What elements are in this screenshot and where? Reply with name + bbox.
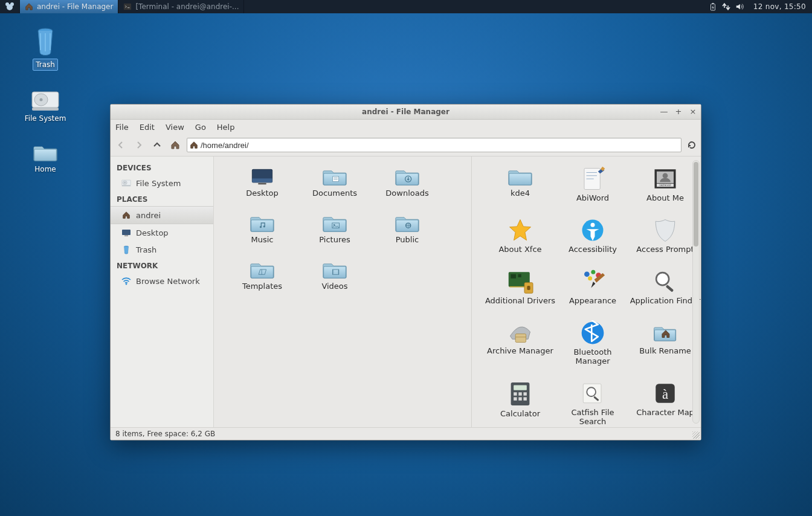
statusbar: 8 items, Free space: 6,2 GB xyxy=(111,427,701,440)
sidebar-item-trash[interactable]: Trash xyxy=(111,241,213,258)
menu-view[interactable]: View xyxy=(166,123,184,132)
menu-go[interactable]: Go xyxy=(195,123,206,132)
home-button[interactable] xyxy=(169,138,182,152)
app-menu-button[interactable] xyxy=(0,0,20,13)
battery-icon[interactable] xyxy=(709,2,717,11)
file-item[interactable]: About Xfce xyxy=(484,218,556,254)
file-item[interactable]: Documents xyxy=(298,166,371,198)
resize-grip[interactable] xyxy=(692,431,700,439)
maximize-button[interactable]: + xyxy=(674,107,683,115)
menu-help[interactable]: Help xyxy=(217,123,235,132)
clock[interactable]: 12 nov, 15:50 xyxy=(747,2,812,11)
bluetooth-icon xyxy=(580,320,605,346)
file-item[interactable]: Calculator xyxy=(484,381,556,427)
bulkrename-icon xyxy=(652,320,678,344)
file-item[interactable]: Desktop xyxy=(226,166,298,198)
file-item[interactable]: Templates xyxy=(226,259,298,291)
svg-point-45 xyxy=(663,173,668,178)
file-item-label: Downloads xyxy=(385,189,428,198)
svg-point-35 xyxy=(260,226,262,228)
sidebar-item-label: File System xyxy=(136,179,181,188)
file-item[interactable]: Pictures xyxy=(298,213,371,245)
sidebar-item-filesystem[interactable]: File System xyxy=(111,175,213,192)
file-manager-window: andrei - File Manager — + × File Edit Vi… xyxy=(110,104,701,440)
sidebar-item-home[interactable]: andrei xyxy=(111,206,213,224)
catfish-icon xyxy=(580,381,605,406)
window-title: andrei - File Manager xyxy=(111,108,701,116)
file-item-label: Additional Drivers xyxy=(485,297,555,306)
file-item[interactable]: Downloads xyxy=(371,166,443,198)
svg-rect-52 xyxy=(527,286,530,290)
file-item[interactable]: AbiWord xyxy=(556,166,629,203)
folder-tpl-icon xyxy=(250,259,274,280)
drivers-icon xyxy=(506,269,534,294)
menu-file[interactable]: File xyxy=(115,123,129,132)
file-item-label: Music xyxy=(251,236,274,245)
file-item[interactable]: Additional Drivers xyxy=(484,269,556,306)
volume-icon[interactable] xyxy=(735,2,744,11)
file-item-label: Access Prompt xyxy=(636,245,694,254)
home-icon xyxy=(190,141,198,149)
parent-button[interactable] xyxy=(150,138,164,152)
sidebar: DEVICES File System PLACES andrei Deskto… xyxy=(111,156,214,427)
file-item[interactable]: Music xyxy=(226,213,298,245)
forward-button[interactable] xyxy=(132,138,146,152)
path-bar[interactable] xyxy=(187,138,682,152)
file-item-label: Desktop xyxy=(246,189,279,198)
svg-point-53 xyxy=(584,271,590,277)
file-item[interactable]: 1829102About Me xyxy=(629,166,701,203)
scroll-thumb[interactable] xyxy=(694,162,698,247)
trash-icon xyxy=(121,245,131,254)
desktop-trash-label: Trash xyxy=(33,59,58,71)
file-item[interactable]: Bluetooth Manager xyxy=(556,320,629,366)
minimize-button[interactable]: — xyxy=(660,107,668,115)
scrollbar[interactable] xyxy=(692,160,700,424)
reload-button[interactable] xyxy=(686,140,697,150)
trash-icon xyxy=(33,27,57,56)
close-button[interactable]: × xyxy=(689,107,697,115)
svg-rect-33 xyxy=(333,176,339,181)
sidebar-item-desktop[interactable]: Desktop xyxy=(111,224,213,241)
back-button[interactable] xyxy=(114,138,127,152)
abiword-icon xyxy=(580,166,605,192)
file-item-label: Archive Manager xyxy=(487,347,553,356)
menu-edit[interactable]: Edit xyxy=(140,123,155,132)
file-item-label: Calculator xyxy=(500,410,540,419)
file-item-label: Pictures xyxy=(319,236,350,245)
file-item[interactable]: Catfish File Search xyxy=(556,381,629,427)
file-item[interactable]: Application Finder xyxy=(629,269,701,306)
svg-rect-31 xyxy=(252,178,272,182)
network-icon[interactable] xyxy=(722,2,730,11)
file-item[interactable]: Archive Manager xyxy=(484,320,556,366)
file-item[interactable]: Access Prompt xyxy=(629,218,701,254)
file-item[interactable]: kde4 xyxy=(484,166,556,203)
file-item[interactable]: Appearance xyxy=(556,269,629,306)
sidebar-network-head: NETWORK xyxy=(111,258,213,273)
pane-home: DesktopDocumentsDownloadsMusicPicturesPu… xyxy=(214,156,472,427)
sidebar-item-browse-network[interactable]: Browse Network xyxy=(111,273,213,289)
task-terminal[interactable]: [Terminal - andrei@andrei-... xyxy=(118,0,244,13)
desktop-home[interactable]: Home xyxy=(18,142,72,173)
folder-icon xyxy=(508,166,532,187)
folder-doc-icon xyxy=(323,166,347,187)
file-item-label: Catfish File Search xyxy=(556,408,629,427)
svg-rect-28 xyxy=(122,230,130,235)
file-item[interactable]: Public xyxy=(371,213,443,245)
file-item-label: Accessibility xyxy=(569,245,617,254)
access-icon xyxy=(580,218,605,243)
svg-text:1829102: 1829102 xyxy=(659,184,671,187)
titlebar[interactable]: andrei - File Manager — + × xyxy=(111,105,701,120)
pane-apps: kde4AbiWord1829102About MeAbout XfceAcce… xyxy=(472,156,701,427)
file-item[interactable]: Videos xyxy=(298,259,371,291)
path-input[interactable] xyxy=(198,141,678,150)
folder-pub-icon xyxy=(395,213,419,233)
desktop-filesystem-label: File System xyxy=(25,114,66,123)
file-item[interactable]: Accessibility xyxy=(556,218,629,254)
file-item[interactable]: Bulk Rename xyxy=(629,320,701,366)
task-file-manager[interactable]: andrei - File Manager xyxy=(20,0,118,13)
magnifier-icon xyxy=(652,269,678,294)
file-item[interactable]: Character Map xyxy=(629,381,701,427)
desktop-filesystem[interactable]: File System xyxy=(18,90,72,123)
desktop-trash[interactable]: Trash xyxy=(18,27,72,71)
appearance-icon xyxy=(579,269,606,294)
